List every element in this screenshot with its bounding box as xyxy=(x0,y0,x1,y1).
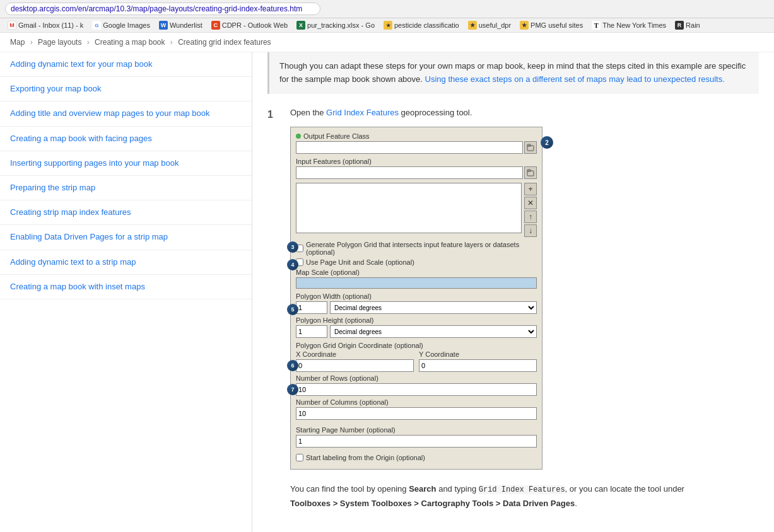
sidebar-item-inset-maps[interactable]: Creating a map book with inset maps xyxy=(0,275,252,299)
x-coord-col: X Coordinate 6 xyxy=(296,350,414,372)
bookmark-rain[interactable]: R Rain xyxy=(672,20,703,30)
add-btn[interactable]: + xyxy=(524,183,537,195)
y-coord-col: Y Coordinate xyxy=(419,350,537,372)
sidebar-item-data-driven[interactable]: Enabling Data Driven Pages for a strip m… xyxy=(0,225,252,250)
startpage-input[interactable] xyxy=(296,435,537,448)
bookmarks-bar: M Gmail - Inbox (11) - k G Google Images… xyxy=(0,18,774,33)
badge-2: 2 xyxy=(541,136,553,149)
sidebar-link[interactable]: Creating a map book with inset maps xyxy=(10,282,145,291)
sidebar-link[interactable]: Creating strip map index features xyxy=(10,207,131,217)
x-coord-input[interactable] xyxy=(296,359,414,372)
breadcrumb-creating-map-book[interactable]: Creating a map book xyxy=(95,38,165,47)
wunderlist-icon: W xyxy=(159,21,168,30)
bookmark-label: Wunderlist xyxy=(170,21,202,29)
polygon-height-row: Decimal degrees xyxy=(296,325,537,338)
sidebar-link[interactable]: Preparing the strip map xyxy=(10,183,95,192)
list-controls: + ✕ ↑ ↓ xyxy=(524,183,537,237)
cols-field: Number of Columns (optional) xyxy=(296,398,537,422)
rows-wrapper: Number of Rows (optional) 7 xyxy=(296,374,537,396)
address-bar[interactable]: desktop.arcgis.com/en/arcmap/10.3/map/pa… xyxy=(5,3,320,15)
sidebar-item-dynamic-strip[interactable]: Adding dynamic text to a strip map xyxy=(0,250,252,275)
breadcrumb-map[interactable]: Map xyxy=(10,38,25,47)
breadcrumb-sep: › xyxy=(30,38,33,47)
grid-index-link[interactable]: Grid Index Features xyxy=(326,108,399,117)
startpage-label: Starting Page Number (optional) xyxy=(296,426,537,434)
browser-address-bar: desktop.arcgis.com/en/arcmap/10.3/map/pa… xyxy=(0,0,774,18)
useful-icon: ★ xyxy=(468,21,477,30)
input-features-input[interactable] xyxy=(296,166,523,179)
bookmark-pesticide[interactable]: ★ pesticide classificatio xyxy=(381,20,462,30)
gmail-icon: M xyxy=(8,21,16,30)
bookmark-label: pur_tracking.xlsx - Go xyxy=(307,21,375,29)
x-label: X Coordinate xyxy=(296,350,414,358)
bookmark-pur[interactable]: X pur_tracking.xlsx - Go xyxy=(294,20,377,30)
bookmark-wunderlist[interactable]: W Wunderlist xyxy=(156,20,205,30)
sidebar-link[interactable]: Adding dynamic text to a strip map xyxy=(10,257,136,267)
sidebar-link[interactable]: Creating a map book with facing pages xyxy=(10,134,152,143)
cols-input[interactable] xyxy=(296,407,537,420)
bookmark-cdpr[interactable]: C CDPR - Outlook Web xyxy=(209,20,290,30)
note-text: Though you can adapt these steps for you… xyxy=(279,61,746,84)
remove-btn[interactable]: ✕ xyxy=(524,197,537,209)
checkbox2-row-wrapper: 4 Use Page Unit and Scale (optional) xyxy=(296,258,537,266)
bookmark-google[interactable]: G Google Images xyxy=(90,20,153,30)
breadcrumb: Map › Page layouts › Creating a map book… xyxy=(0,33,774,52)
output-feature-input[interactable] xyxy=(296,141,523,154)
main-content: Though you can adapt these steps for you… xyxy=(252,52,774,532)
bookmark-label: Gmail - Inbox (11) - k xyxy=(18,21,83,29)
page-container: Adding dynamic text for your map book Ex… xyxy=(0,52,774,532)
checkbox2-row: Use Page Unit and Scale (optional) xyxy=(296,258,537,266)
origin-row: X Coordinate 6 Y Coordinate xyxy=(296,350,537,372)
output-dot xyxy=(296,134,301,139)
polygon-height-value[interactable] xyxy=(296,325,327,338)
pest-icon: ★ xyxy=(384,21,392,30)
nyt-icon: T xyxy=(592,21,601,30)
bookmark-gmail[interactable]: M Gmail - Inbox (11) - k xyxy=(5,20,86,30)
sidebar-item-supporting-pages[interactable]: Inserting supporting pages into your map… xyxy=(0,151,252,176)
sidebar-link[interactable]: Adding dynamic text for your map book xyxy=(10,59,152,69)
checkbox3-row: Start labeling from the Origin (optional… xyxy=(296,454,537,461)
y-coord-input[interactable] xyxy=(419,359,537,372)
note-section: Though you can adapt these steps for you… xyxy=(267,52,759,94)
breadcrumb-page-layouts[interactable]: Page layouts xyxy=(38,38,81,47)
checkbox3-label: Start labeling from the Origin (optional… xyxy=(306,454,425,461)
bottom-text2: and typing xyxy=(437,484,479,494)
checkbox1-row-wrapper: 3 Generate Polygon Grid that intersects … xyxy=(296,241,537,256)
breadcrumb-sep: › xyxy=(170,38,173,47)
polygon-width-value[interactable] xyxy=(296,301,327,314)
step-1-text: Open the Grid Index Features geoprocessi… xyxy=(290,107,759,120)
sidebar-link[interactable]: Enabling Data Driven Pages for a strip m… xyxy=(10,232,168,241)
bookmark-pmg[interactable]: ★ PMG useful sites xyxy=(517,20,585,30)
sidebar-link[interactable]: Adding title and overview map pages to y… xyxy=(10,108,210,118)
sidebar-item-export[interactable]: Exporting your map book xyxy=(0,77,252,101)
bookmark-nyt[interactable]: T The New York Times xyxy=(589,20,669,30)
bookmark-label: PMG useful sites xyxy=(531,21,583,29)
input-features-row xyxy=(296,166,537,179)
bookmark-label: useful_dpr xyxy=(479,21,511,29)
bookmark-useful-dpr[interactable]: ★ useful_dpr xyxy=(466,20,513,30)
polygon-width-wrapper: Polygon Width (optional) 5 Decimal degre… xyxy=(296,292,537,314)
tool-dialog: Output Feature Class 2 Input Features (o… xyxy=(290,127,542,470)
sidebar-item-strip-map-index[interactable]: Creating strip map index features xyxy=(0,200,252,225)
polygon-width-unit-select[interactable]: Decimal degrees xyxy=(330,301,537,314)
input-browse-btn[interactable] xyxy=(524,166,537,179)
startpage-field: Starting Page Number (optional) xyxy=(296,426,537,450)
sidebar-item-facing-pages[interactable]: Creating a map book with facing pages xyxy=(0,127,252,151)
origin-label: Polygon Grid Origin Coordinate (optional… xyxy=(296,342,537,349)
sidebar-link[interactable]: Inserting supporting pages into your map… xyxy=(10,158,179,168)
sidebar-item-dynamic-text[interactable]: Adding dynamic text for your map book xyxy=(0,52,252,77)
map-scale-field: Map Scale (optional) xyxy=(296,269,537,289)
up-btn[interactable]: ↑ xyxy=(524,211,537,223)
bookmark-label: Google Images xyxy=(103,21,150,29)
map-scale-input[interactable] xyxy=(296,277,537,289)
checkbox-start-labeling[interactable] xyxy=(296,454,303,461)
output-browse-btn[interactable] xyxy=(524,141,537,154)
sidebar-item-strip-map[interactable]: Preparing the strip map xyxy=(0,176,252,200)
pmg-icon: ★ xyxy=(520,21,529,30)
down-btn[interactable]: ↓ xyxy=(524,224,537,237)
sidebar-link[interactable]: Exporting your map book xyxy=(10,84,102,93)
rows-input[interactable] xyxy=(296,383,537,396)
polygon-height-unit-select[interactable]: Decimal degrees xyxy=(330,325,537,338)
sidebar-item-title-overview[interactable]: Adding title and overview map pages to y… xyxy=(0,101,252,126)
bottom-period: . xyxy=(575,499,577,508)
